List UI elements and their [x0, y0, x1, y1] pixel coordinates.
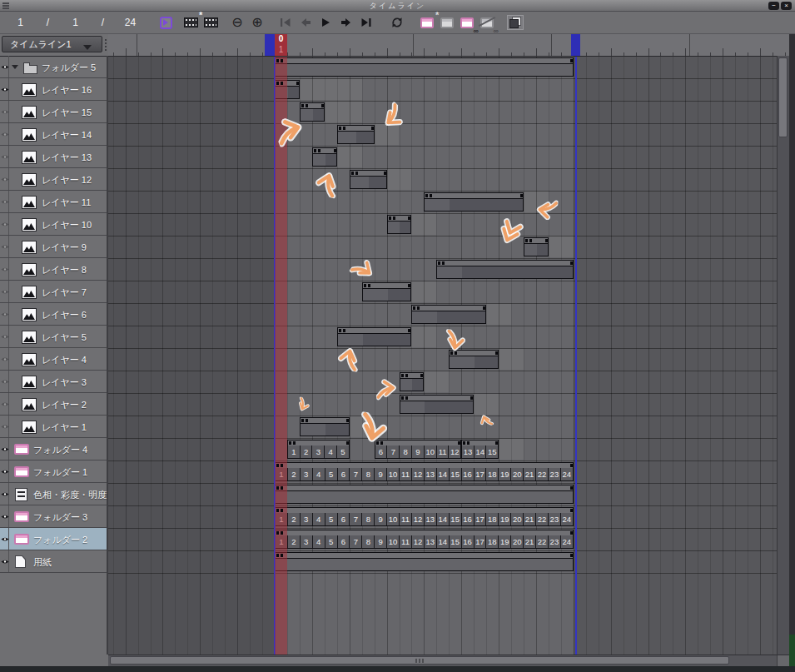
clip-handle[interactable]: [346, 419, 349, 422]
cel-cells-folder-4[interactable]: 6789101112: [375, 440, 462, 459]
cel-cell[interactable]: 3: [301, 468, 313, 480]
cel-cell[interactable]: 19: [499, 513, 511, 525]
layer-row-folder-2[interactable]: フォルダー 2: [0, 528, 107, 550]
cel-cell[interactable]: 3: [312, 446, 325, 458]
visibility-eye-icon[interactable]: [1, 154, 9, 160]
cel-cell[interactable]: 8: [362, 513, 375, 525]
cel-cell[interactable]: 22: [536, 535, 549, 548]
vertical-scroll-thumb[interactable]: [778, 57, 788, 137]
scrollbar-corner[interactable]: [777, 655, 790, 667]
cel-cell[interactable]: 20: [511, 513, 524, 525]
cel-clip-layer-2[interactable]: [400, 395, 475, 414]
cel-cell[interactable]: 12: [412, 535, 425, 548]
clip-handle[interactable]: [351, 172, 354, 175]
clip-header[interactable]: [412, 306, 485, 311]
cel-cell[interactable]: 14: [437, 535, 450, 548]
zoom-out-icon[interactable]: ⊖: [229, 14, 246, 31]
layer-row-folder-1[interactable]: フォルダー 1: [0, 460, 107, 483]
clip-handle[interactable]: [276, 486, 279, 490]
clip-handle[interactable]: [495, 441, 498, 445]
cel-clip-layer-6[interactable]: [411, 305, 486, 324]
cel-cells-folder-3[interactable]: 123456789101112131415161718192021222324: [275, 507, 574, 526]
track-bar-folder-5[interactable]: [275, 57, 574, 77]
timeline-select-dropdown[interactable]: タイムライン1: [2, 36, 102, 52]
layer-row-layer-2[interactable]: レイヤー 2: [0, 393, 107, 416]
cel-cell[interactable]: 9: [375, 535, 387, 548]
clip-handle[interactable]: [458, 441, 460, 445]
visibility-eye-icon[interactable]: [1, 244, 9, 250]
clip-header[interactable]: [388, 216, 411, 222]
cel-cell[interactable]: 21: [524, 513, 536, 525]
clip-header[interactable]: [425, 193, 523, 199]
cel-clip-layer-3[interactable]: [400, 372, 425, 391]
clip-handle[interactable]: [281, 486, 283, 490]
cel-cell[interactable]: 12: [412, 513, 425, 525]
visibility-eye-icon[interactable]: [1, 289, 9, 295]
cel-cell[interactable]: 11: [400, 468, 412, 480]
clip-handle[interactable]: [301, 419, 304, 422]
clip-handle[interactable]: [296, 82, 299, 85]
clip-handle[interactable]: [529, 239, 532, 242]
clip-handle[interactable]: [570, 531, 573, 535]
layer-row-layer-1[interactable]: レイヤー 1: [0, 416, 107, 438]
cel-cell[interactable]: 23: [549, 513, 561, 525]
cel-clip-layer-13[interactable]: [312, 147, 337, 167]
clip-handle[interactable]: [401, 396, 404, 400]
clip-handle[interactable]: [545, 239, 548, 242]
layer-row-layer-5[interactable]: レイヤー 5: [0, 326, 107, 348]
clip-handle[interactable]: [467, 441, 470, 445]
play-icon[interactable]: [317, 14, 334, 31]
clip-handle[interactable]: [371, 127, 374, 130]
cel-cell[interactable]: 10: [387, 468, 400, 480]
layer-row-layer-6[interactable]: レイヤー 6: [0, 303, 107, 326]
visibility-eye-icon[interactable]: [1, 199, 9, 205]
clip-header[interactable]: [276, 485, 573, 491]
clip-handle[interactable]: [276, 464, 279, 467]
layer-row-hue-sat-lum[interactable]: 色相・彩度・明度: [0, 483, 107, 505]
clip-handle[interactable]: [281, 82, 283, 85]
cel-cell[interactable]: 8: [400, 446, 412, 458]
cel-cell[interactable]: 15: [450, 535, 462, 548]
cel-cells-folder-2[interactable]: 123456789101112131415161718192021222324: [275, 530, 574, 549]
cel-cell[interactable]: 16: [462, 513, 475, 525]
layer-row-layer-13[interactable]: レイヤー 13: [0, 146, 107, 168]
cel-cell[interactable]: 4: [325, 446, 337, 458]
clip-header[interactable]: [276, 58, 573, 64]
cel-cell[interactable]: 6: [338, 513, 350, 525]
clip-handle[interactable]: [339, 329, 341, 332]
visibility-eye-icon[interactable]: [1, 424, 9, 430]
cel-cell[interactable]: 10: [387, 535, 400, 548]
visibility-eye-icon[interactable]: [1, 491, 9, 497]
layer-row-layer-10[interactable]: レイヤー 10: [0, 213, 107, 236]
clip-handle[interactable]: [570, 464, 573, 467]
cel-cell[interactable]: 15: [486, 446, 498, 458]
cel-cell[interactable]: 5: [337, 446, 349, 458]
cel-cell[interactable]: 6: [338, 468, 350, 480]
layer-row-layer-16[interactable]: レイヤー 16: [0, 78, 107, 101]
clip-handle[interactable]: [343, 127, 345, 130]
visibility-eye-icon[interactable]: [1, 177, 9, 182]
play-settings-icon[interactable]: [157, 14, 174, 31]
cel-clip-layer-12[interactable]: [350, 170, 387, 189]
cel-cell[interactable]: 14: [437, 513, 450, 525]
cel-cell[interactable]: 12: [449, 446, 460, 458]
clip-handle[interactable]: [289, 441, 291, 445]
cel-cell[interactable]: 24: [561, 468, 573, 480]
visibility-eye-icon[interactable]: [1, 334, 9, 340]
new-cel-from-image-icon[interactable]: *: [439, 14, 455, 31]
cel-cell[interactable]: 14: [437, 468, 450, 480]
clip-handle[interactable]: [408, 329, 410, 332]
clip-handle[interactable]: [405, 396, 408, 400]
cel-cell[interactable]: 5: [325, 535, 338, 548]
cel-cell[interactable]: 20: [511, 468, 524, 480]
clip-handle[interactable]: [570, 261, 573, 265]
cel-cell[interactable]: 12: [412, 468, 425, 480]
cel-cell[interactable]: 6: [375, 446, 388, 458]
timeline-edit-new-icon[interactable]: *: [202, 14, 219, 31]
cel-clip-layer-15[interactable]: [300, 102, 325, 122]
cel-cell[interactable]: 15: [450, 513, 462, 525]
clip-handle[interactable]: [495, 351, 498, 355]
cel-cell[interactable]: 14: [475, 446, 487, 458]
clip-handle[interactable]: [368, 284, 370, 287]
playback-end-marker[interactable]: [571, 34, 580, 56]
